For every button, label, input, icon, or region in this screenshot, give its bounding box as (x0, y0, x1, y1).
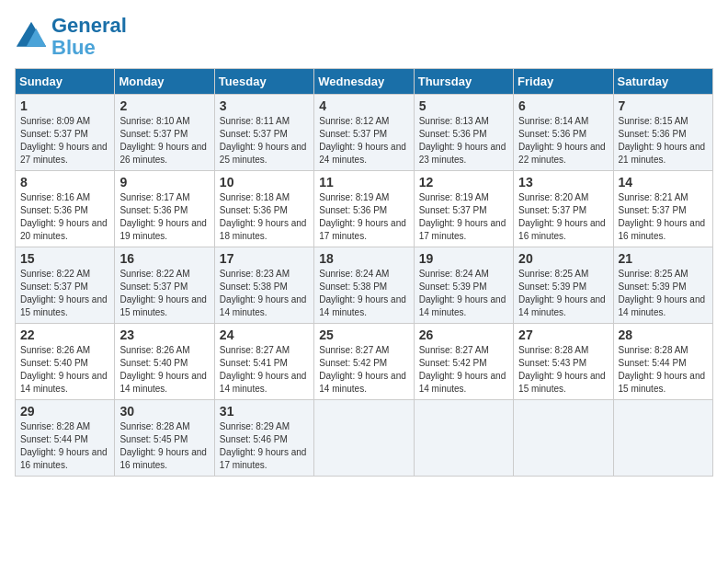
day-info: Sunrise: 8:27 AM Sunset: 5:42 PM Dayligh… (419, 344, 508, 396)
day-number: 10 (220, 175, 309, 190)
calendar-cell: 27 Sunrise: 8:28 AM Sunset: 5:43 PM Dayl… (514, 324, 613, 400)
day-number: 31 (220, 404, 309, 419)
day-number: 29 (20, 404, 109, 419)
day-info: Sunrise: 8:16 AM Sunset: 5:36 PM Dayligh… (20, 191, 109, 243)
day-number: 20 (518, 251, 608, 266)
day-number: 25 (319, 327, 408, 342)
day-number: 14 (619, 175, 708, 190)
day-number: 6 (518, 98, 608, 113)
calendar-table: SundayMondayTuesdayWednesdayThursdayFrid… (15, 68, 713, 477)
calendar-week-2: 8 Sunrise: 8:16 AM Sunset: 5:36 PM Dayli… (16, 171, 713, 247)
day-info: Sunrise: 8:23 AM Sunset: 5:38 PM Dayligh… (220, 268, 309, 319)
calendar-cell: 19 Sunrise: 8:24 AM Sunset: 5:39 PM Dayl… (414, 247, 513, 324)
calendar-cell: 31 Sunrise: 8:29 AM Sunset: 5:46 PM Dayl… (214, 400, 313, 477)
day-number: 22 (20, 327, 109, 342)
day-number: 18 (319, 251, 408, 266)
day-info: Sunrise: 8:10 AM Sunset: 5:37 PM Dayligh… (119, 115, 209, 167)
calendar-cell: 24 Sunrise: 8:27 AM Sunset: 5:41 PM Dayl… (214, 324, 313, 400)
day-info: Sunrise: 8:14 AM Sunset: 5:36 PM Dayligh… (518, 115, 608, 167)
calendar-cell: 5 Sunrise: 8:13 AM Sunset: 5:36 PM Dayli… (414, 95, 513, 171)
header-friday: Friday (514, 69, 613, 95)
day-info: Sunrise: 8:29 AM Sunset: 5:46 PM Dayligh… (220, 420, 309, 472)
day-info: Sunrise: 8:19 AM Sunset: 5:36 PM Dayligh… (319, 191, 408, 243)
header-wednesday: Wednesday (314, 69, 414, 95)
logo-text: General Blue (51, 15, 127, 59)
day-info: Sunrise: 8:15 AM Sunset: 5:36 PM Dayligh… (619, 115, 708, 167)
day-number: 7 (619, 98, 708, 113)
calendar-cell: 10 Sunrise: 8:18 AM Sunset: 5:36 PM Dayl… (214, 171, 313, 247)
day-number: 19 (419, 251, 508, 266)
day-info: Sunrise: 8:27 AM Sunset: 5:41 PM Dayligh… (220, 344, 309, 396)
day-info: Sunrise: 8:26 AM Sunset: 5:40 PM Dayligh… (20, 344, 109, 396)
day-info: Sunrise: 8:25 AM Sunset: 5:39 PM Dayligh… (518, 268, 608, 319)
header-sunday: Sunday (16, 69, 115, 95)
day-info: Sunrise: 8:12 AM Sunset: 5:37 PM Dayligh… (319, 115, 408, 167)
calendar-cell: 16 Sunrise: 8:22 AM Sunset: 5:37 PM Dayl… (115, 247, 214, 324)
day-number: 30 (119, 404, 209, 419)
day-info: Sunrise: 8:27 AM Sunset: 5:42 PM Dayligh… (319, 344, 408, 396)
day-info: Sunrise: 8:22 AM Sunset: 5:37 PM Dayligh… (20, 268, 109, 319)
day-number: 15 (20, 251, 109, 266)
calendar-cell: 17 Sunrise: 8:23 AM Sunset: 5:38 PM Dayl… (214, 247, 313, 324)
calendar-cell: 9 Sunrise: 8:17 AM Sunset: 5:36 PM Dayli… (115, 171, 214, 247)
day-info: Sunrise: 8:17 AM Sunset: 5:36 PM Dayligh… (119, 191, 209, 243)
calendar-cell (514, 400, 613, 477)
day-number: 27 (518, 327, 608, 342)
calendar-cell: 12 Sunrise: 8:19 AM Sunset: 5:37 PM Dayl… (414, 171, 513, 247)
calendar-week-1: 1 Sunrise: 8:09 AM Sunset: 5:37 PM Dayli… (16, 95, 713, 171)
day-info: Sunrise: 8:24 AM Sunset: 5:38 PM Dayligh… (319, 268, 408, 319)
calendar-cell: 21 Sunrise: 8:25 AM Sunset: 5:39 PM Dayl… (613, 247, 712, 324)
logo: General Blue (15, 15, 127, 59)
calendar-cell: 22 Sunrise: 8:26 AM Sunset: 5:40 PM Dayl… (16, 324, 115, 400)
page-header: General Blue (15, 15, 713, 59)
day-info: Sunrise: 8:22 AM Sunset: 5:37 PM Dayligh… (119, 268, 209, 319)
day-info: Sunrise: 8:28 AM Sunset: 5:45 PM Dayligh… (119, 420, 209, 472)
calendar-cell: 18 Sunrise: 8:24 AM Sunset: 5:38 PM Dayl… (314, 247, 414, 324)
day-info: Sunrise: 8:11 AM Sunset: 5:37 PM Dayligh… (220, 115, 309, 167)
day-info: Sunrise: 8:20 AM Sunset: 5:37 PM Dayligh… (518, 191, 608, 243)
day-number: 3 (220, 98, 309, 113)
day-info: Sunrise: 8:26 AM Sunset: 5:40 PM Dayligh… (119, 344, 209, 396)
calendar-cell: 28 Sunrise: 8:28 AM Sunset: 5:44 PM Dayl… (613, 324, 712, 400)
header-saturday: Saturday (613, 69, 712, 95)
day-info: Sunrise: 8:13 AM Sunset: 5:36 PM Dayligh… (419, 115, 508, 167)
day-number: 4 (319, 98, 408, 113)
day-number: 26 (419, 327, 508, 342)
calendar-cell (613, 400, 712, 477)
header-monday: Monday (115, 69, 214, 95)
day-number: 8 (20, 175, 109, 190)
day-number: 13 (518, 175, 608, 190)
calendar-cell: 20 Sunrise: 8:25 AM Sunset: 5:39 PM Dayl… (514, 247, 613, 324)
calendar-cell: 15 Sunrise: 8:22 AM Sunset: 5:37 PM Dayl… (16, 247, 115, 324)
calendar-cell: 1 Sunrise: 8:09 AM Sunset: 5:37 PM Dayli… (16, 95, 115, 171)
calendar-cell: 3 Sunrise: 8:11 AM Sunset: 5:37 PM Dayli… (214, 95, 313, 171)
day-number: 2 (119, 98, 209, 113)
day-info: Sunrise: 8:28 AM Sunset: 5:43 PM Dayligh… (518, 344, 608, 396)
calendar-cell (414, 400, 513, 477)
calendar-header-row: SundayMondayTuesdayWednesdayThursdayFrid… (16, 69, 713, 95)
day-number: 23 (119, 327, 209, 342)
day-number: 17 (220, 251, 309, 266)
calendar-cell: 7 Sunrise: 8:15 AM Sunset: 5:36 PM Dayli… (613, 95, 712, 171)
calendar-cell: 23 Sunrise: 8:26 AM Sunset: 5:40 PM Dayl… (115, 324, 214, 400)
calendar-cell: 30 Sunrise: 8:28 AM Sunset: 5:45 PM Dayl… (115, 400, 214, 477)
calendar-cell: 8 Sunrise: 8:16 AM Sunset: 5:36 PM Dayli… (16, 171, 115, 247)
day-number: 11 (319, 175, 408, 190)
day-info: Sunrise: 8:18 AM Sunset: 5:36 PM Dayligh… (220, 191, 309, 243)
calendar-cell: 29 Sunrise: 8:28 AM Sunset: 5:44 PM Dayl… (16, 400, 115, 477)
day-number: 16 (119, 251, 209, 266)
day-info: Sunrise: 8:28 AM Sunset: 5:44 PM Dayligh… (20, 420, 109, 472)
day-info: Sunrise: 8:25 AM Sunset: 5:39 PM Dayligh… (619, 268, 708, 319)
calendar-cell: 14 Sunrise: 8:21 AM Sunset: 5:37 PM Dayl… (613, 171, 712, 247)
header-thursday: Thursday (414, 69, 513, 95)
calendar-week-5: 29 Sunrise: 8:28 AM Sunset: 5:44 PM Dayl… (16, 400, 713, 477)
calendar-cell: 2 Sunrise: 8:10 AM Sunset: 5:37 PM Dayli… (115, 95, 214, 171)
calendar-cell: 13 Sunrise: 8:20 AM Sunset: 5:37 PM Dayl… (514, 171, 613, 247)
day-number: 12 (419, 175, 508, 190)
calendar-cell: 4 Sunrise: 8:12 AM Sunset: 5:37 PM Dayli… (314, 95, 414, 171)
calendar-cell: 26 Sunrise: 8:27 AM Sunset: 5:42 PM Dayl… (414, 324, 513, 400)
day-number: 9 (119, 175, 209, 190)
day-info: Sunrise: 8:28 AM Sunset: 5:44 PM Dayligh… (619, 344, 708, 396)
day-number: 5 (419, 98, 508, 113)
calendar-week-3: 15 Sunrise: 8:22 AM Sunset: 5:37 PM Dayl… (16, 247, 713, 324)
